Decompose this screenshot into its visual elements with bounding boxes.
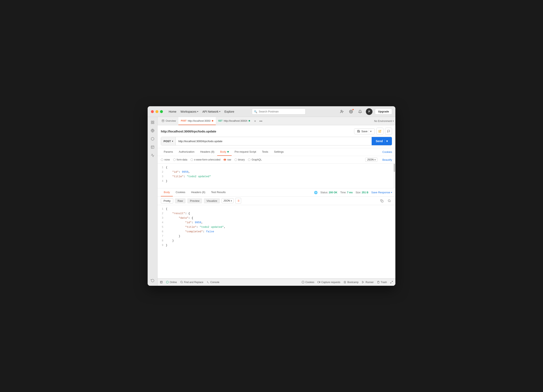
- search-response-button[interactable]: [386, 198, 392, 204]
- close-button[interactable]: [151, 110, 154, 113]
- nav-workspaces[interactable]: Workspaces ▾: [181, 110, 198, 113]
- response-tabs: Body Cookies Headers (6) Test Results: [161, 188, 229, 196]
- tab-authorization[interactable]: Authorization: [176, 148, 197, 156]
- tab-headers[interactable]: Headers (8): [197, 148, 217, 156]
- editor-scrollbar[interactable]: [394, 164, 395, 188]
- maximize-button[interactable]: [160, 110, 163, 113]
- view-preview-button[interactable]: Preview: [187, 198, 202, 203]
- tab-pre-request[interactable]: Pre-request Script: [232, 148, 259, 156]
- radio-none[interactable]: none: [161, 158, 170, 161]
- edit-button[interactable]: [376, 128, 383, 135]
- code-line-1: 1 {: [158, 165, 395, 170]
- response-code-viewer: 1 { 2 "result": { 3 "data": { 4: [158, 205, 395, 278]
- capture-requests-button[interactable]: Capture requests: [317, 281, 340, 284]
- tab-post-request[interactable]: POST http://localhost:3000/: [178, 117, 216, 125]
- search-icon: 🔍: [254, 110, 257, 113]
- svg-rect-10: [151, 146, 154, 149]
- svg-point-28: [181, 281, 182, 283]
- comment-button[interactable]: [385, 128, 392, 135]
- radio-binary[interactable]: binary: [235, 158, 245, 161]
- save-response-button[interactable]: Save Response ▾: [371, 191, 392, 194]
- url-input[interactable]: [176, 137, 371, 145]
- search-input[interactable]: [252, 108, 305, 114]
- response-json-selector[interactable]: JSON ▾: [221, 198, 234, 203]
- response-view-bar: Pretty Raw Preview Visualize JSON ▾: [158, 197, 395, 205]
- request-tabs-nav: Params Authorization Headers (8) Body Pr…: [158, 148, 395, 156]
- view-visualize-button[interactable]: Visualize: [204, 198, 220, 203]
- sidebar-item-collections[interactable]: [149, 119, 156, 126]
- find-replace-button[interactable]: Find and Replace: [180, 281, 203, 284]
- add-tab-button[interactable]: +: [253, 119, 258, 123]
- request-code-editor[interactable]: 1 { 2 "id": 9959, 3 "title": "todo2 upda…: [158, 164, 395, 188]
- radio-raw[interactable]: raw: [224, 158, 231, 161]
- sidebar-item-mock[interactable]: [149, 143, 156, 151]
- avatar[interactable]: P: [366, 108, 373, 115]
- console-button[interactable]: Console: [207, 281, 220, 284]
- resp-line-8: 8 }: [158, 239, 395, 243]
- svg-rect-13: [162, 120, 164, 122]
- post-method-badge: POST: [181, 120, 187, 122]
- titlebar-right: P Upgrade: [339, 108, 392, 115]
- minimize-button[interactable]: [155, 110, 158, 113]
- sidebar-icons: [148, 117, 158, 286]
- svg-point-27: [166, 281, 169, 283]
- search-response-icon: [388, 199, 391, 202]
- sidebar-item-environments[interactable]: [149, 135, 156, 143]
- resp-tab-test-results[interactable]: Test Results: [208, 188, 229, 196]
- notifications-button[interactable]: [357, 108, 363, 115]
- nav-home[interactable]: Home: [169, 110, 176, 113]
- resp-tab-cookies[interactable]: Cookies: [173, 188, 188, 196]
- resp-tab-body[interactable]: Body: [161, 188, 173, 196]
- resp-line-4: 4 "id": 9959,: [158, 220, 395, 225]
- tab-params[interactable]: Params: [161, 148, 176, 156]
- sidebar-item-apis[interactable]: [149, 127, 156, 134]
- tab-overview[interactable]: Overview: [159, 117, 178, 125]
- globe-icon: 🌐: [314, 191, 317, 194]
- nav-explore[interactable]: Explore: [224, 110, 234, 113]
- save-icon: [357, 130, 360, 133]
- request-actions: Save ▾: [354, 128, 392, 135]
- copy-response-button[interactable]: [379, 198, 385, 204]
- view-raw-button[interactable]: Raw: [175, 198, 186, 203]
- settings-button[interactable]: [348, 108, 354, 115]
- add-user-button[interactable]: [339, 108, 345, 115]
- beautify-button[interactable]: Beautify: [382, 158, 392, 161]
- bootcamp-button[interactable]: Bootcamp: [344, 281, 358, 284]
- svg-line-29: [182, 283, 182, 283]
- tab-body[interactable]: Body: [217, 148, 232, 156]
- cookies-link[interactable]: Cookies: [382, 150, 392, 153]
- resp-line-1: 1 {: [158, 207, 395, 211]
- cookies-bottom-button[interactable]: Cookies: [302, 281, 314, 284]
- filter-icon-button[interactable]: [235, 198, 241, 204]
- tab-settings[interactable]: Settings: [271, 148, 287, 156]
- radio-urlencoded[interactable]: x-www-form-urlencoded: [191, 158, 220, 161]
- radio-form-data[interactable]: form-data: [173, 158, 187, 161]
- environment-selector[interactable]: No Environment ▾: [374, 120, 394, 123]
- svg-point-22: [388, 200, 390, 202]
- runner-icon: [362, 281, 364, 284]
- layout-toggle[interactable]: [160, 281, 163, 284]
- send-button[interactable]: Send ▾: [372, 137, 392, 145]
- json-type-selector[interactable]: JSON ▾: [365, 158, 377, 162]
- layout-icon: [160, 281, 163, 284]
- svg-rect-5: [153, 121, 154, 122]
- overview-icon: [162, 119, 164, 122]
- method-selector[interactable]: POST ▾: [161, 137, 176, 145]
- save-button[interactable]: Save ▾: [354, 128, 375, 134]
- tab-tests[interactable]: Tests: [259, 148, 271, 156]
- expand-button[interactable]: [390, 281, 393, 284]
- nav-api-network[interactable]: API Network ▾: [202, 110, 220, 113]
- response-header: Body Cookies Headers (6) Test Results 🌐 …: [158, 188, 395, 197]
- edit-icon: [379, 130, 381, 133]
- resp-tab-headers[interactable]: Headers (6): [188, 188, 208, 196]
- trash-button[interactable]: Trash: [377, 281, 387, 284]
- sidebar-item-history[interactable]: [149, 277, 156, 284]
- runner-button[interactable]: Runner: [362, 281, 373, 284]
- tab-get-request[interactable]: GET http://localhost:3000/t: [216, 117, 253, 125]
- radio-graphql[interactable]: GraphQL: [248, 158, 262, 161]
- sidebar-item-monitor[interactable]: [149, 152, 156, 159]
- more-tabs-button[interactable]: •••: [258, 119, 264, 123]
- view-pretty-button[interactable]: Pretty: [161, 198, 173, 203]
- svg-point-3: [351, 111, 352, 112]
- upgrade-button[interactable]: Upgrade: [375, 108, 392, 114]
